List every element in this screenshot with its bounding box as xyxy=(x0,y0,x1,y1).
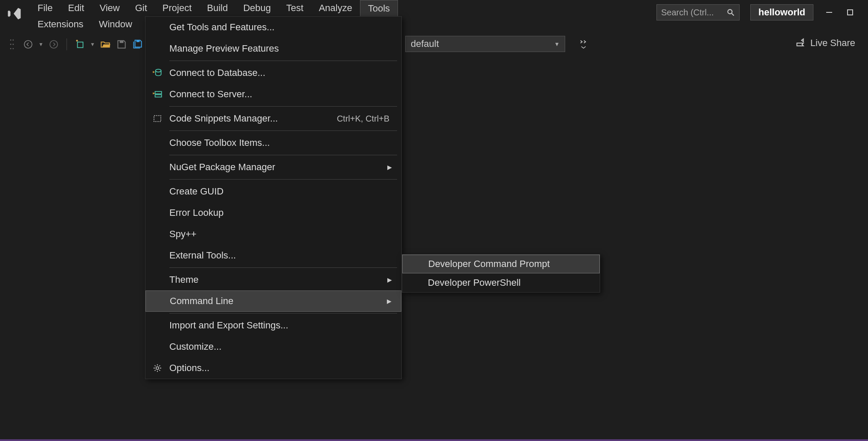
maximize-button[interactable] xyxy=(845,7,855,17)
open-file-button[interactable] xyxy=(99,38,111,50)
vs-logo-icon xyxy=(0,0,30,21)
menu-item-label: Code Snippets Manager... xyxy=(169,113,337,124)
solution-name[interactable]: helloworld xyxy=(750,4,813,20)
menu-item-label: Command Line xyxy=(170,296,385,307)
menu-item-label: External Tools... xyxy=(169,250,394,261)
svg-point-0 xyxy=(728,9,732,14)
menu-test[interactable]: Test xyxy=(279,0,311,16)
tools-options[interactable]: Options... xyxy=(145,357,401,379)
menu-item-label: Create GUID xyxy=(169,186,394,197)
svg-point-19 xyxy=(156,367,159,369)
menu-debug[interactable]: Debug xyxy=(235,0,279,16)
svg-point-9 xyxy=(12,48,14,49)
tools-customize[interactable]: Customize... xyxy=(145,336,401,357)
tools-spy[interactable]: Spy++ xyxy=(145,223,401,245)
save-button[interactable] xyxy=(116,38,128,50)
menu-item-label: Theme xyxy=(169,274,385,285)
tools-nuget[interactable]: NuGet Package Manager ▶ xyxy=(145,157,401,178)
svg-point-6 xyxy=(10,44,12,45)
drag-handle-icon[interactable] xyxy=(6,38,18,50)
svg-rect-16 xyxy=(155,92,162,94)
snippet-icon xyxy=(145,113,169,124)
new-item-button[interactable] xyxy=(74,38,86,50)
tools-code-snippets[interactable]: Code Snippets Manager... Ctrl+K, Ctrl+B xyxy=(145,108,401,129)
toolbar: ▼ ▼ xyxy=(0,34,150,55)
menu-item-label: Connect to Database... xyxy=(169,67,394,78)
toolbar-overflow-button[interactable] xyxy=(577,36,590,53)
save-all-button[interactable] xyxy=(132,38,144,50)
tools-external-tools[interactable]: External Tools... xyxy=(145,245,401,266)
tools-create-guid[interactable]: Create GUID xyxy=(145,181,401,202)
tools-choose-toolbox[interactable]: Choose Toolbox Items... xyxy=(145,132,401,154)
configuration-selected: default xyxy=(411,38,439,49)
menu-window[interactable]: Window xyxy=(91,16,140,32)
nav-back-button[interactable] xyxy=(22,38,34,50)
live-share-label: Live Share xyxy=(810,38,855,49)
submenu-arrow-icon: ▶ xyxy=(385,298,393,305)
minimize-button[interactable] xyxy=(824,7,834,17)
svg-rect-12 xyxy=(77,42,83,48)
search-placeholder: Search (Ctrl... xyxy=(661,8,714,17)
tools-manage-preview[interactable]: Manage Preview Features xyxy=(145,38,401,59)
menu-item-label: NuGet Package Manager xyxy=(169,162,385,173)
nav-forward-button[interactable] xyxy=(48,38,60,50)
tools-import-export[interactable]: Import and Export Settings... xyxy=(145,315,401,336)
svg-point-11 xyxy=(50,41,58,48)
titlebar-right: Search (Ctrl... helloworld xyxy=(644,0,868,25)
menu-item-shortcut: Ctrl+K, Ctrl+B xyxy=(337,114,394,124)
tools-connect-server[interactable]: Connect to Server... xyxy=(145,84,401,105)
menu-file[interactable]: File xyxy=(30,0,60,16)
menu-git[interactable]: Git xyxy=(128,0,155,16)
menu-extensions[interactable]: Extensions xyxy=(30,16,91,32)
submenu-dev-powershell[interactable]: Developer PowerShell xyxy=(402,273,600,292)
share-icon xyxy=(795,38,806,49)
menu-item-label: Customize... xyxy=(169,341,394,352)
new-item-dropdown-icon[interactable]: ▼ xyxy=(90,41,95,47)
tools-get-tools[interactable]: Get Tools and Features... xyxy=(145,17,401,38)
chevron-down-icon: ▼ xyxy=(554,41,560,47)
submenu-dev-command-prompt[interactable]: Developer Command Prompt xyxy=(402,255,600,273)
nav-back-dropdown-icon[interactable]: ▼ xyxy=(38,41,44,47)
svg-point-15 xyxy=(156,69,161,72)
search-input[interactable]: Search (Ctrl... xyxy=(656,4,740,20)
submenu-item-label: Developer PowerShell xyxy=(428,277,521,288)
submenu-arrow-icon: ▶ xyxy=(385,164,394,171)
status-bar xyxy=(0,439,868,441)
tools-command-line[interactable]: Command Line ▶ xyxy=(145,290,401,312)
svg-point-4 xyxy=(10,39,12,41)
menu-separator xyxy=(169,155,397,155)
menu-separator xyxy=(169,131,397,131)
command-line-submenu: Developer Command Prompt Developer Power… xyxy=(402,254,600,293)
tools-error-lookup[interactable]: Error Lookup xyxy=(145,202,401,223)
svg-rect-17 xyxy=(155,95,162,97)
server-icon xyxy=(145,89,169,100)
live-share-button[interactable]: Live Share xyxy=(795,38,855,49)
menu-item-label: Spy++ xyxy=(169,229,394,240)
menu-item-label: Error Lookup xyxy=(169,207,394,218)
menu-project[interactable]: Project xyxy=(155,0,199,16)
menu-row-1: File Edit View Git Project Build Debug T… xyxy=(30,0,398,16)
menu-item-label: Manage Preview Features xyxy=(169,43,394,54)
menu-build[interactable]: Build xyxy=(199,0,235,16)
menu-analyze[interactable]: Analyze xyxy=(311,0,360,16)
menu-item-label: Get Tools and Features... xyxy=(169,22,394,33)
svg-rect-14 xyxy=(136,40,140,42)
menu-edit[interactable]: Edit xyxy=(60,0,92,16)
svg-rect-13 xyxy=(119,41,123,43)
menu-separator xyxy=(169,267,397,268)
tools-connect-database[interactable]: Connect to Database... xyxy=(145,62,401,84)
tools-theme[interactable]: Theme ▶ xyxy=(145,269,401,290)
svg-rect-3 xyxy=(848,10,853,15)
toolbar-separator xyxy=(67,38,67,50)
menu-item-label: Choose Toolbox Items... xyxy=(169,137,394,148)
configuration-dropdown[interactable]: default ▼ xyxy=(405,36,565,52)
submenu-arrow-icon: ▶ xyxy=(385,276,394,283)
menu-separator xyxy=(169,61,397,61)
search-icon xyxy=(726,8,735,17)
database-icon xyxy=(145,67,169,78)
menu-view[interactable]: View xyxy=(92,0,127,16)
menu-item-label: Options... xyxy=(169,363,394,374)
svg-point-7 xyxy=(12,44,14,45)
submenu-item-label: Developer Command Prompt xyxy=(428,258,550,270)
menu-tools[interactable]: Tools xyxy=(360,0,398,17)
